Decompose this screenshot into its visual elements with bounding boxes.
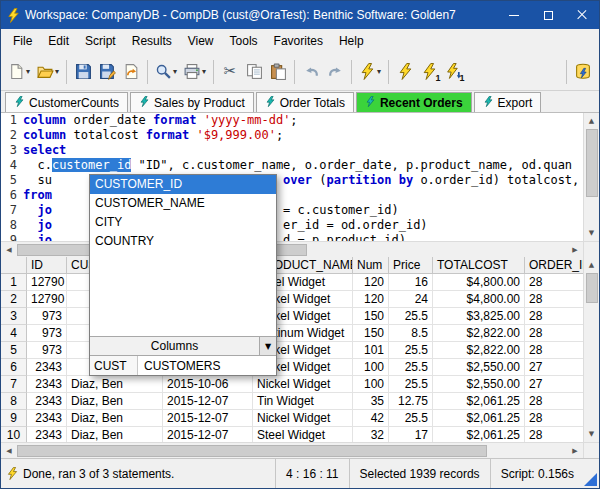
tab-sales-by-product[interactable]: Sales by Product <box>130 92 254 112</box>
menu-file[interactable]: File <box>5 31 40 51</box>
grid-cell-order-id[interactable]: 28 <box>525 410 583 427</box>
minimize-button[interactable] <box>497 1 531 29</box>
grid-cell-totalcost[interactable]: $2,550.00 <box>433 376 525 393</box>
line-number[interactable]: 9 <box>1 233 23 241</box>
grid-cell-id[interactable]: 12790 <box>27 291 67 308</box>
grid-cell-price[interactable]: 25.5 <box>389 308 433 325</box>
grid-cell-order-date[interactable]: 2015-12-07 <box>163 393 253 410</box>
scroll-right-icon[interactable]: ▶ <box>567 443 583 459</box>
grid-cell-num[interactable]: 150 <box>353 325 389 342</box>
line-number[interactable]: 5 <box>1 173 23 188</box>
grid-cell-id[interactable]: 2343 <box>27 410 67 427</box>
line-number[interactable]: 1 <box>1 113 23 128</box>
open-script-button[interactable]: ▾ <box>33 57 62 87</box>
column-header-price[interactable]: Price <box>389 257 433 274</box>
grid-cell-order-id[interactable]: 28 <box>525 308 583 325</box>
execute-statement-button[interactable]: 1 <box>417 57 441 87</box>
maximize-button[interactable] <box>531 1 565 29</box>
scroll-right-icon[interactable]: ▶ <box>567 242 583 258</box>
grid-cell-order-date[interactable]: 2015-12-07 <box>163 427 253 442</box>
dropdown-arrow-icon[interactable]: ▾ <box>173 68 177 76</box>
autocomplete-item-customer-id[interactable]: CUSTOMER_ID <box>90 175 276 194</box>
column-header-id[interactable]: ID <box>27 257 67 274</box>
grid-cell-product-name[interactable]: Nickel Widget <box>253 410 353 427</box>
table-name[interactable]: CUSTOMERS <box>138 356 276 375</box>
grid-vertical-scrollbar[interactable]: ▲ ▼ <box>583 257 599 442</box>
code-line[interactable]: 4 c.customer_id "ID", c.customer_name, o… <box>1 158 583 173</box>
line-number[interactable]: 8 <box>1 218 23 233</box>
grid-cell-totalcost[interactable]: $4,800.00 <box>433 291 525 308</box>
scroll-up-icon[interactable]: ▲ <box>584 113 600 129</box>
grid-cell-totalcost[interactable]: $2,822.00 <box>433 325 525 342</box>
copy-button[interactable] <box>242 57 266 87</box>
line-number[interactable]: 4 <box>1 158 23 173</box>
resize-grip[interactable] <box>584 473 597 486</box>
grid-cell-id[interactable]: 973 <box>27 308 67 325</box>
autocomplete-item-city[interactable]: CITY <box>90 213 276 232</box>
close-button[interactable] <box>565 1 599 29</box>
code-line[interactable]: 3select <box>1 143 583 158</box>
grid-cell-num[interactable]: 35 <box>353 393 389 410</box>
code-line[interactable]: 1column order_date format 'yyyy-mm-dd'; <box>1 113 583 128</box>
grid-cell-id[interactable]: 2343 <box>27 376 67 393</box>
column-header-order-id[interactable]: ORDER_ID <box>525 257 583 274</box>
menu-results[interactable]: Results <box>124 31 180 51</box>
grid-cell-price[interactable]: 25.5 <box>389 359 433 376</box>
grid-cell-num[interactable]: 150 <box>353 308 389 325</box>
scrollbar-thumb[interactable] <box>17 445 487 457</box>
grid-cell-id[interactable]: 2343 <box>27 427 67 442</box>
table-alias[interactable]: CUST <box>90 356 138 375</box>
table-alias-row[interactable]: CUST CUSTOMERS <box>90 355 276 375</box>
grid-cell-totalcost[interactable]: $2,061.25 <box>433 427 525 442</box>
dropdown-arrow-icon[interactable]: ▾ <box>26 68 30 76</box>
grid-cell-id[interactable]: 973 <box>27 325 67 342</box>
menu-favorites[interactable]: Favorites <box>266 31 331 51</box>
undo-button[interactable] <box>299 57 323 87</box>
grid-cell-totalcost[interactable]: $2,550.00 <box>433 359 525 376</box>
grid-cell-order-id[interactable]: 28 <box>525 274 583 291</box>
row-number-cell[interactable]: 9 <box>1 410 27 427</box>
grid-cell-order-id[interactable]: 28 <box>525 342 583 359</box>
find-button[interactable]: ▾ <box>152 57 180 87</box>
tab-export[interactable]: Export <box>474 92 542 112</box>
grid-cell-product-name[interactable]: Steel Widget <box>253 427 353 442</box>
autocomplete-item-country[interactable]: COUNTRY <box>90 232 276 251</box>
grid-cell-price[interactable]: 25.5 <box>389 376 433 393</box>
column-header-num[interactable]: Num <box>353 257 389 274</box>
revert-script-button[interactable] <box>119 57 143 87</box>
execute-from-cursor-button[interactable]: 1 <box>441 57 465 87</box>
grid-cell-product-name[interactable]: Nickel Widget <box>253 376 353 393</box>
scrollbar-thumb[interactable] <box>586 273 598 303</box>
grid-cell-id[interactable]: 973 <box>27 342 67 359</box>
scroll-down-icon[interactable]: ▼ <box>584 426 600 442</box>
grid-cell-totalcost[interactable]: $2,061.25 <box>433 393 525 410</box>
grid-cell-totalcost[interactable]: $2,061.25 <box>433 410 525 427</box>
grid-cell-totalcost[interactable]: $4,800.00 <box>433 274 525 291</box>
grid-horizontal-scrollbar[interactable]: ◀ ▶ <box>1 442 583 458</box>
dropdown-arrow-icon[interactable]: ▾ <box>377 68 381 76</box>
grid-cell-order-date[interactable]: 2015-10-06 <box>163 376 253 393</box>
grid-cell-order-id[interactable]: 27 <box>525 359 583 376</box>
code-line[interactable]: 2column totalcost format '$9,999.00'; <box>1 128 583 143</box>
grid-cell-price[interactable]: 8.5 <box>389 325 433 342</box>
grid-cell-order-id[interactable]: 28 <box>525 291 583 308</box>
scroll-up-icon[interactable]: ▲ <box>584 257 600 273</box>
new-script-button[interactable]: ▾ <box>5 57 33 87</box>
grid-cell-order-id[interactable]: 28 <box>525 325 583 342</box>
row-number-cell[interactable]: 1 <box>1 274 27 291</box>
grid-cell-id[interactable]: 12790 <box>27 274 67 291</box>
grid-cell-price[interactable]: 24 <box>389 291 433 308</box>
scrollbar-thumb[interactable] <box>586 129 598 197</box>
grid-cell-price[interactable]: 16 <box>389 274 433 291</box>
grid-cell-price[interactable]: 25.5 <box>389 410 433 427</box>
menu-script[interactable]: Script <box>77 31 124 51</box>
grid-cell-customer-name[interactable]: Diaz, Ben <box>67 393 163 410</box>
grid-cell-customer-name[interactable]: Diaz, Ben <box>67 410 163 427</box>
grid-cell-id[interactable]: 2343 <box>27 359 67 376</box>
grid-cell-order-id[interactable]: 28 <box>525 393 583 410</box>
save-script-as-button[interactable] <box>95 57 119 87</box>
grid-cell-order-date[interactable]: 2015-12-07 <box>163 410 253 427</box>
grid-cell-num[interactable]: 100 <box>353 359 389 376</box>
grid-cell-num[interactable]: 42 <box>353 410 389 427</box>
dropdown-arrow-icon[interactable]: ▾ <box>55 68 59 76</box>
